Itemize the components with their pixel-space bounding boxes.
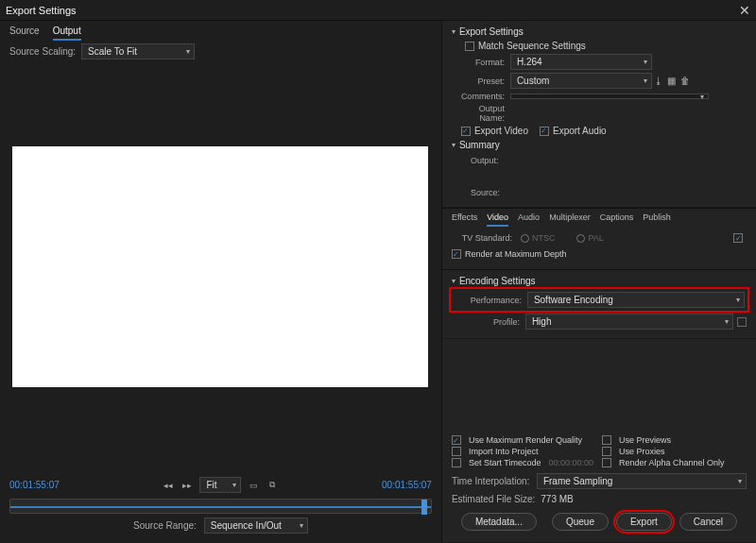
tab-output[interactable]: Output <box>53 25 81 41</box>
use-proxies-checkbox[interactable] <box>602 447 611 456</box>
queue-button[interactable]: Queue <box>552 513 609 531</box>
step-back-icon[interactable]: ◂◂ <box>162 479 175 492</box>
export-video-label: Export Video <box>474 126 528 136</box>
export-audio-label: Export Audio <box>553 126 607 136</box>
set-start-tc-label: Set Start Timecode <box>469 458 541 467</box>
preset-dropdown[interactable]: Custom <box>510 73 652 89</box>
comments-label: Comments: <box>452 92 510 101</box>
import-project-checkbox[interactable] <box>452 447 461 456</box>
import-project-label: Import Into Project <box>469 447 539 456</box>
output-name-label: Output Name: <box>452 104 510 123</box>
use-proxies-label: Use Proxies <box>619 447 665 456</box>
comments-input[interactable] <box>510 93 709 99</box>
pal-radio[interactable] <box>576 234 585 243</box>
set-start-tc-value: 00:00:00:00 <box>548 458 593 467</box>
subtab-multiplexer[interactable]: Multiplexer <box>549 212 591 227</box>
profile-label: Profile: <box>452 317 525 327</box>
close-icon[interactable]: ✕ <box>739 3 750 18</box>
section-summary[interactable]: ▾ Summary <box>452 140 747 150</box>
source-scaling-dropdown[interactable]: Scale To Fit <box>81 43 195 59</box>
profile-link-checkbox[interactable] <box>737 317 747 327</box>
summary-source-label: Source: <box>452 186 747 201</box>
time-interp-label: Time Interpolation: <box>452 476 537 486</box>
link-checkbox[interactable] <box>733 233 743 243</box>
source-range-dropdown[interactable]: Sequence In/Out <box>204 518 308 534</box>
export-video-checkbox[interactable] <box>461 127 471 136</box>
subtab-video[interactable]: Video <box>487 212 508 227</box>
ntsc-label: NTSC <box>532 233 556 243</box>
section-encoding[interactable]: ▾ Encoding Settings <box>452 276 747 286</box>
format-dropdown[interactable]: H.264 <box>510 54 652 70</box>
timeline-thumb[interactable] <box>421 500 427 515</box>
timecode-left: 00:01:55:07 <box>9 480 60 490</box>
render-max-depth-label: Render at Maximum Depth <box>465 249 567 259</box>
set-start-tc-checkbox[interactable] <box>452 458 461 467</box>
aspect-icon[interactable]: ▭ <box>247 479 260 492</box>
time-interp-dropdown[interactable]: Frame Sampling <box>537 473 747 489</box>
delete-preset-icon[interactable]: 🗑 <box>679 75 692 88</box>
est-size-value: 773 MB <box>541 494 573 504</box>
crop-icon[interactable]: ⧉ <box>266 479 279 492</box>
twirl-down-icon: ▾ <box>452 141 455 149</box>
export-button[interactable]: Export <box>616 513 672 531</box>
subtab-effects[interactable]: Effects <box>452 212 477 227</box>
timeline-slider[interactable] <box>9 499 432 514</box>
performance-label: Performance: <box>454 296 527 305</box>
save-preset-icon[interactable]: ⭳ <box>652 75 665 88</box>
ntsc-radio[interactable] <box>521 234 529 243</box>
import-preset-icon[interactable]: ▦ <box>665 75 679 88</box>
section-export-settings[interactable]: ▾ Export Settings <box>452 26 747 37</box>
subtab-audio[interactable]: Audio <box>518 212 540 227</box>
source-range-label: Source Range: <box>133 520 197 531</box>
subtab-captions[interactable]: Captions <box>600 212 634 227</box>
use-previews-checkbox[interactable] <box>602 435 611 445</box>
metadata-button[interactable]: Metadata... <box>461 513 537 531</box>
summary-title: Summary <box>459 140 500 150</box>
profile-dropdown[interactable]: High <box>525 314 733 330</box>
format-label: Format: <box>452 58 510 67</box>
preview-canvas <box>12 146 428 387</box>
twirl-down-icon: ▾ <box>452 277 455 285</box>
export-audio-checkbox[interactable] <box>540 127 549 136</box>
summary-output-label: Output: <box>452 154 747 169</box>
render-max-depth-checkbox[interactable] <box>452 249 461 259</box>
dialog-title: Export Settings <box>6 5 77 16</box>
step-fwd-icon[interactable]: ▸▸ <box>180 479 194 492</box>
render-alpha-label: Render Alpha Channel Only <box>619 458 725 467</box>
preset-label: Preset: <box>452 76 510 86</box>
tab-source[interactable]: Source <box>9 25 40 41</box>
render-alpha-checkbox[interactable] <box>602 458 611 467</box>
match-sequence-label: Match Sequence Settings <box>478 41 586 51</box>
twirl-down-icon: ▾ <box>452 27 455 36</box>
export-settings-title: Export Settings <box>459 26 524 37</box>
fit-dropdown[interactable]: Fit <box>199 477 241 493</box>
encoding-title: Encoding Settings <box>459 276 536 286</box>
est-size-label: Estimated File Size: <box>452 494 535 504</box>
pal-label: PAL <box>588 233 603 243</box>
max-quality-checkbox[interactable] <box>452 435 461 445</box>
subtab-publish[interactable]: Publish <box>643 212 671 227</box>
cancel-button[interactable]: Cancel <box>679 513 737 531</box>
timecode-right: 00:01:55:07 <box>382 480 432 490</box>
tv-standard-label: TV Standard: <box>452 233 518 243</box>
max-quality-label: Use Maximum Render Quality <box>469 435 582 445</box>
use-previews-label: Use Previews <box>619 435 671 445</box>
source-scaling-label: Source Scaling: <box>9 46 76 57</box>
performance-dropdown[interactable]: Software Encoding <box>527 292 745 308</box>
match-sequence-checkbox[interactable] <box>465 42 474 51</box>
